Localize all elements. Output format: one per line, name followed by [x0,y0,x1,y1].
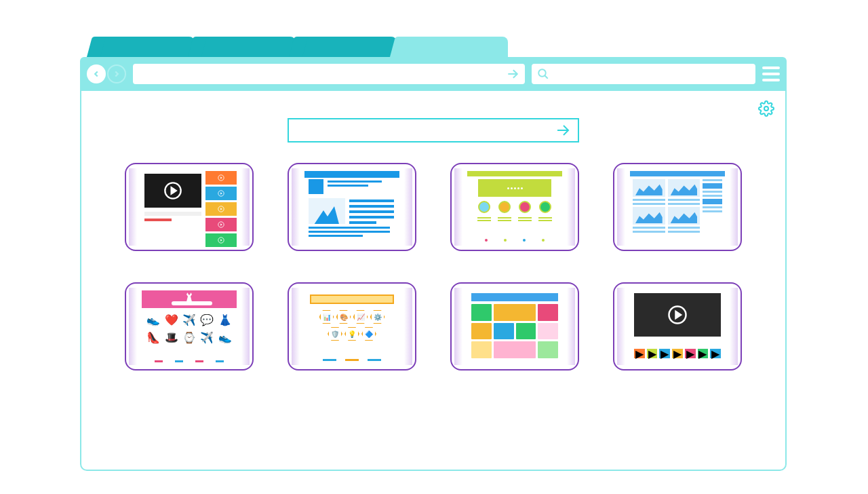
analytics-dashboard-thumbnail [630,171,725,243]
menu-button[interactable] [762,66,780,81]
tab-1[interactable] [96,37,195,57]
chevron-right-icon [112,69,121,79]
svg-marker-6 [172,187,176,193]
speed-dial-tile-8[interactable]: ▶ ▶ ▶ ▶ ▶ ▶ ▶ [613,282,742,370]
svg-marker-16 [220,239,222,241]
svg-marker-18 [676,311,682,318]
ecommerce-shop-thumbnail: 👟❤️✈️💬👗 👠🎩⌚✈️👟 [142,290,237,362]
play-icon [218,237,224,244]
toolbar-search[interactable] [532,64,755,84]
hamburger-line-icon [762,66,780,69]
tab-2[interactable] [197,37,296,57]
chevron-left-icon [92,69,101,79]
play-circle-icon [667,305,688,325]
hamburger-line-icon [762,79,780,81]
svg-point-3 [764,107,768,111]
play-icon [218,206,224,212]
badges-portal-thumbnail [467,171,562,243]
svg-line-2 [545,75,548,79]
video-player-thumbnail: ▶ ▶ ▶ ▶ ▶ ▶ ▶ [630,290,725,362]
search-icon [537,68,549,80]
speed-dial-tile-3[interactable] [450,163,579,251]
arrow-right-icon [555,122,571,138]
hex-icons-thumbnail: 📊🎨📈 ⚙️🛡️💡🔷 [304,290,399,362]
svg-marker-12 [220,208,222,210]
masonry-gallery-thumbnail [467,290,562,362]
tab-4-active[interactable] [399,37,508,57]
page-content: 👟❤️✈️💬👗 👠🎩⌚✈️👟 📊🎨📈 ⚙️🛡️💡🔷 [80,91,787,471]
hamburger-line-icon [762,73,780,75]
gear-icon [758,100,774,117]
address-bar[interactable] [133,64,525,84]
svg-marker-14 [220,223,222,225]
settings-button[interactable] [758,100,774,117]
play-icon [218,190,224,197]
browser-window: 👟❤️✈️💬👗 👠🎩⌚✈️👟 📊🎨📈 ⚙️🛡️💡🔷 [80,37,787,471]
svg-point-1 [538,69,546,77]
page-search-input[interactable] [288,118,579,142]
svg-marker-10 [220,192,222,194]
play-icon [218,221,224,228]
speed-dial-grid: 👟❤️✈️💬👗 👠🎩⌚✈️👟 📊🎨📈 ⚙️🛡️💡🔷 [81,163,785,370]
speed-dial-tile-1[interactable] [125,163,254,251]
speed-dial-tile-2[interactable] [288,163,416,251]
play-icon [218,174,224,181]
speed-dial-tile-5[interactable]: 👟❤️✈️💬👗 👠🎩⌚✈️👟 [125,282,254,370]
arrow-right-icon [506,67,519,81]
tab-strip [80,37,787,57]
forward-button[interactable] [107,64,126,83]
speed-dial-tile-7[interactable] [450,282,579,370]
nav-buttons [87,64,126,83]
blog-article-thumbnail [304,171,399,243]
play-circle-icon [163,181,182,200]
speed-dial-tile-4[interactable] [613,163,742,251]
svg-marker-8 [220,176,222,178]
speed-dial-tile-6[interactable]: 📊🎨📈 ⚙️🛡️💡🔷 [288,282,416,370]
tab-3[interactable] [298,37,397,57]
video-portal-thumbnail [142,171,237,243]
browser-toolbar [80,57,787,91]
back-button[interactable] [87,64,106,83]
